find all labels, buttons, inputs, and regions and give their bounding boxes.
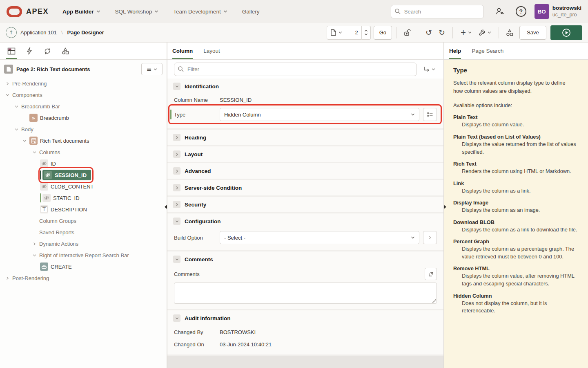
nav-app-builder[interactable]: App Builder [62, 9, 100, 15]
chevron-right-icon [173, 184, 180, 191]
tab-column[interactable]: Column [172, 43, 193, 59]
breadcrumb-application[interactable]: Application 101 [20, 29, 57, 36]
user-menu[interactable]: BO bostrowski uc_rte_pro [535, 4, 581, 19]
section-comments-header[interactable]: Comments [167, 251, 443, 267]
section-heading: Heading [167, 130, 443, 145]
tree-item-column-id[interactable]: ID [0, 158, 167, 169]
tree-item-column-description[interactable]: T DESCRIPTION [0, 204, 167, 215]
chevron-right-icon [173, 150, 180, 158]
section-configuration-header[interactable]: Configuration [167, 213, 443, 229]
user-name: bostrowski [552, 5, 581, 12]
column-name-value: SESSION_ID [220, 97, 252, 103]
help-option-def: Displays the column as an image. [462, 206, 579, 214]
comments-textarea[interactable] [174, 283, 437, 304]
section-heading-header[interactable]: Heading [167, 130, 443, 145]
tab-help[interactable]: Help [449, 43, 461, 59]
workspace-name: uc_rte_pro [552, 12, 581, 18]
up-level-icon[interactable]: ↑ [6, 27, 17, 38]
tree-menu-button[interactable]: ≡ [141, 63, 163, 75]
section-configuration: Configuration Build Option - Select - [167, 213, 443, 250]
page-finder-button[interactable] [327, 26, 362, 40]
search-icon [178, 66, 184, 72]
page-number-stepper[interactable] [362, 26, 371, 40]
nav-gallery[interactable]: Gallery [242, 9, 260, 15]
chevron-down-icon [173, 83, 180, 90]
help-option-term: Rich Text [453, 161, 579, 167]
tree-item-column-static-id[interactable]: STATIC_ID [0, 192, 167, 204]
tree-item-column-clob-content[interactable]: CLOB_CONTENT [0, 181, 167, 192]
chevron-down-icon [173, 256, 180, 263]
chevron-down-icon [339, 31, 342, 34]
utilities-menu-button[interactable] [475, 26, 494, 39]
property-changed-on: Changed On 03-Jun-2024 10:40:21 [167, 338, 443, 350]
type-quick-pick-button[interactable] [423, 108, 437, 121]
help-option-term: Hidden Column [453, 293, 579, 299]
property-filter [174, 63, 417, 76]
page-icon [330, 29, 336, 36]
tree-item-saved-reports[interactable]: Saved Reports [0, 227, 167, 238]
tree-item-pre-rendering[interactable]: Pre-Rendering [0, 78, 167, 89]
page-number-input[interactable] [344, 29, 358, 36]
tree-item-post-rendering[interactable]: Post-Rendering [0, 272, 167, 284]
tree-item-right-of-ir-search-bar[interactable]: Right of Interactive Report Search Bar [0, 249, 167, 261]
type-select[interactable]: Hidden Column [220, 108, 419, 121]
save-button[interactable]: Save [519, 26, 546, 40]
tab-processing[interactable] [39, 43, 56, 59]
play-icon [562, 28, 571, 37]
collapse-right-icon[interactable] [444, 205, 446, 209]
tree-item-breadcrumb-bar[interactable]: Breadcrumb Bar [0, 101, 167, 112]
create-menu-button[interactable]: + [457, 26, 475, 39]
nav-sql-workshop[interactable]: SQL Workshop [115, 9, 159, 15]
lightning-icon [26, 47, 33, 55]
global-nav: App Builder SQL Workshop Team Developmen… [62, 9, 259, 15]
build-option-select[interactable]: - Select - [220, 231, 419, 244]
tab-page-search[interactable]: Page Search [472, 43, 503, 59]
chevron-down-icon [4, 92, 11, 98]
filter-input[interactable] [174, 63, 417, 76]
tree-item-breadcrumb[interactable]: » Breadcrumb [0, 112, 167, 123]
tree-item-column-groups[interactable]: Column Groups [0, 215, 167, 227]
comments-expand-button[interactable] [425, 268, 437, 280]
tree-item-components[interactable]: Components [0, 89, 167, 101]
chevron-right-icon [173, 134, 180, 141]
changed-by-value: BOSTROWSKI [220, 329, 256, 335]
lock-icon[interactable] [401, 26, 414, 39]
administration-icon[interactable] [493, 4, 507, 18]
section-layout-header[interactable]: Layout [167, 146, 443, 162]
section-audit-information: Audit Information Changed By BOSTROWSKI … [167, 310, 443, 355]
left-splitter[interactable] [167, 43, 167, 368]
refresh-icon [43, 47, 51, 55]
tab-layout[interactable]: Layout [203, 43, 220, 59]
nav-team-development[interactable]: Team Development [173, 9, 227, 15]
tree-item-create-button[interactable]: CREATE [0, 261, 167, 272]
build-option-goto-button[interactable] [423, 231, 437, 244]
tree-item-dynamic-actions[interactable]: Dynamic Actions [0, 238, 167, 249]
tree-item-body[interactable]: Body [0, 123, 167, 135]
section-advanced-header[interactable]: Advanced [167, 163, 443, 179]
section-audit-information-header[interactable]: Audit Information [167, 310, 443, 326]
chevron-down-icon [154, 67, 157, 71]
section-security-header[interactable]: Security [167, 197, 443, 212]
tab-rendering[interactable] [3, 43, 20, 59]
go-button[interactable]: Go [374, 26, 392, 40]
search-input[interactable] [391, 5, 484, 18]
go-to-group-button[interactable] [422, 65, 437, 74]
tab-page-shared-components[interactable] [57, 43, 74, 59]
help-option-def: Does not display the column, but it is r… [462, 300, 579, 315]
help-icon[interactable]: ? [516, 6, 526, 17]
tree-item-rich-text-documents[interactable]: Rich Text documents [0, 135, 167, 146]
collapse-left-icon[interactable] [165, 205, 167, 209]
right-splitter[interactable] [443, 43, 444, 368]
section-server-side-condition: Server-side Condition [167, 180, 443, 195]
property-build-option: Build Option - Select - [167, 229, 443, 246]
undo-icon[interactable]: ↺ [422, 26, 435, 39]
tree-item-columns[interactable]: Columns [0, 146, 167, 158]
run-page-button[interactable] [550, 25, 582, 40]
chevron-down-icon [411, 112, 415, 117]
tab-dynamic-actions[interactable] [21, 43, 38, 59]
section-identification-header[interactable]: Identification [167, 79, 443, 94]
tree-item-column-session-id[interactable]: SESSION_ID [0, 169, 167, 181]
section-server-side-condition-header[interactable]: Server-side Condition [167, 180, 443, 195]
shared-components-icon[interactable] [503, 26, 516, 39]
redo-icon[interactable]: ↻ [435, 26, 448, 39]
